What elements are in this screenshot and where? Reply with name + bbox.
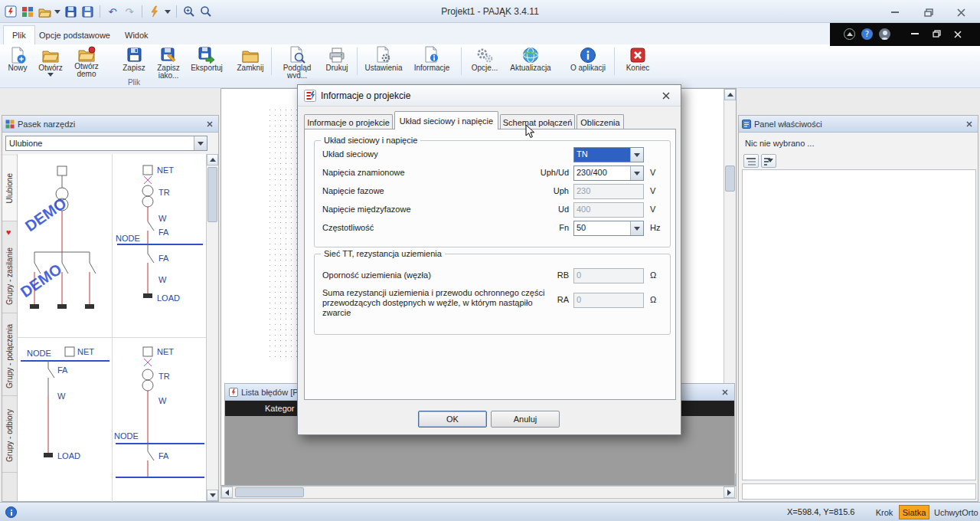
toolbox-tab-grupy-zasilanie[interactable]: Grupy - zasilanie (2, 240, 17, 313)
scroll-right-button[interactable] (724, 487, 735, 498)
child-close-button[interactable] (954, 31, 962, 38)
toolbar-button-aktualizacja[interactable]: Aktualizacja (507, 45, 554, 78)
toolbox-scrollbar[interactable] (206, 154, 218, 501)
window-close-button[interactable] (949, 7, 972, 18)
save-all-icon[interactable] (80, 4, 95, 19)
cancel-button[interactable]: Anuluj (491, 411, 560, 428)
window-restore-button[interactable] (917, 7, 940, 18)
collapse-ribbon-icon[interactable] (844, 28, 855, 40)
ok-button[interactable]: OK (418, 411, 487, 428)
open-icon[interactable] (37, 4, 52, 19)
status-info-icon[interactable] (5, 506, 17, 518)
dropdown-icon[interactable] (630, 221, 643, 235)
symbol-cell-net-transformer-node[interactable]: NET TR W NODE FA (113, 338, 207, 503)
app-logo-icon[interactable] (3, 4, 18, 19)
categorized-view-button[interactable] (743, 154, 759, 168)
toolbar-button-informacje[interactable]: Informacje (410, 45, 453, 78)
redo-icon[interactable]: ↷ (122, 4, 137, 19)
page-info-icon (422, 46, 442, 64)
svg-text:W: W (158, 214, 167, 223)
undo-icon[interactable]: ↶ (105, 4, 120, 19)
toolbox-close-icon[interactable] (204, 119, 215, 129)
field-label: Częstotliwość (322, 223, 374, 232)
toolbar-button-zamknij[interactable]: Zamknij (233, 45, 268, 78)
properties-close-icon[interactable] (964, 119, 975, 129)
run-dropdown-caret-icon[interactable] (164, 4, 172, 19)
child-restore-button[interactable] (933, 30, 941, 38)
scroll-up-button[interactable] (207, 154, 218, 165)
toolbar-button-nowy[interactable]: Nowy (2, 45, 34, 78)
symbol-cell-supply-3feeder[interactable]: DEMO DEMO (18, 154, 113, 338)
scrollbar-thumb[interactable] (207, 167, 217, 222)
toolbar-button-ustawienia[interactable]: Ustawienia (363, 45, 404, 78)
symbol-cell-node-feeder-load[interactable]: NODE NET FA W LOAD (18, 338, 113, 503)
field-label: Napięcie międzyfazowe (322, 205, 411, 214)
napiecia-znamionowe-select[interactable]: 230/400 (573, 165, 644, 181)
toolbar-button-opcje[interactable]: Opcje... (467, 45, 502, 78)
new-project-icon[interactable] (20, 4, 35, 19)
toggle-krok[interactable]: Krok (871, 505, 897, 519)
toolbar-button-koniec[interactable]: Koniec (620, 45, 655, 78)
field-symbol: RB (498, 270, 569, 280)
user-avatar-icon[interactable] (879, 28, 890, 40)
field-label: Napięcia znamionowe (322, 168, 405, 177)
scrollbar-thumb[interactable] (725, 165, 735, 192)
dialog-close-button[interactable] (658, 89, 675, 103)
window-minimize-button[interactable] (884, 7, 906, 18)
help-icon[interactable]: ? (861, 28, 873, 40)
zoom-in-icon[interactable] (181, 4, 197, 19)
dialog-tab-schemat-polaczen[interactable]: Schemat połączeń (500, 114, 575, 129)
scrollbar-thumb[interactable] (235, 487, 304, 497)
toolbox-symbol-grid: DEMO DEMO NET TR W FA NODE (18, 154, 206, 501)
canvas-horizontal-scrollbar[interactable] (220, 486, 737, 499)
ribbon-tab-opcje-podstawowe[interactable]: Opcje podstawowe (31, 25, 119, 44)
open-folder-icon (41, 46, 60, 64)
run-calculation-icon[interactable] (147, 4, 162, 19)
project-info-dialog: Informacje o projekcie Informacje o proj… (297, 84, 681, 435)
dialog-title: Informacje o projekcie (321, 90, 653, 101)
toolbar-button-otworz-demo[interactable]: Otwórz demo (69, 45, 104, 78)
toggle-siatka[interactable]: Siatka (899, 505, 929, 519)
combobox-dropdown-icon[interactable] (194, 136, 207, 150)
scroll-up-button[interactable] (724, 89, 736, 100)
save-icon[interactable] (63, 4, 78, 19)
dropdown-icon[interactable] (630, 148, 643, 162)
child-minimize-button[interactable] (911, 33, 919, 34)
open-dropdown-caret-icon[interactable] (54, 4, 61, 19)
czestotliwosc-select[interactable]: 50 (573, 221, 644, 236)
quick-access-toolbar: ↶ ↷ (3, 0, 214, 23)
group-title: Układ sieciowy i napięcie (321, 136, 420, 145)
field-unit: V (650, 168, 655, 177)
toolbox-tab-ulubione[interactable]: Ulubione (2, 156, 17, 221)
toolbar-button-zapisz[interactable]: Zapisz (118, 45, 150, 78)
dialog-tab-uklad-sieciowy[interactable]: Układ sieciowy i napięcie (394, 111, 498, 129)
scroll-left-button[interactable] (221, 487, 233, 498)
open-split-caret-icon[interactable] (47, 73, 54, 77)
toolbar-button-o-aplikacji[interactable]: O aplikacji (567, 45, 609, 78)
properties-list-area[interactable] (742, 169, 976, 480)
toolbar-button-eksportuj[interactable]: Eksportuj (187, 45, 227, 78)
overlay-black-box: ? (830, 23, 980, 46)
scroll-down-button[interactable] (207, 490, 218, 501)
about-info-icon (578, 46, 598, 64)
toggle-orto[interactable]: Orto (959, 505, 980, 519)
alphabetical-sort-button[interactable] (761, 154, 776, 168)
toolbox-category-combobox[interactable]: Ulubione (5, 136, 207, 151)
toolbar-button-podglad-wydruku[interactable]: Podgląd wyd... (277, 45, 317, 78)
ribbon-tab-widok[interactable]: Widok (116, 25, 157, 44)
dropdown-icon[interactable] (630, 166, 643, 180)
error-list-close-icon[interactable] (720, 387, 730, 398)
dialog-tab-obliczenia[interactable]: Obliczenia (577, 114, 624, 129)
toolbar-button-zapisz-jako[interactable]: Zapisz jako... (152, 45, 185, 78)
dialog-tab-informacje[interactable]: Informacje o projekcie (304, 114, 393, 129)
window-titlebar: ↶ ↷ Projekt1 - PAJĄK 3.4.11 (0, 0, 980, 23)
toolbox-tab-grupy-polaczenia[interactable]: Grupy - połączenia (2, 316, 17, 396)
zoom-icon[interactable] (198, 4, 214, 19)
uklad-sieciowy-select[interactable]: TN (573, 147, 644, 162)
toolbar-button-drukuj[interactable]: Drukuj (320, 45, 354, 78)
field-symbol: Uph/Ud (498, 168, 569, 177)
toolbar-button-otworz[interactable]: Otwórz (34, 45, 67, 78)
symbol-cell-net-node-load[interactable]: NET TR W FA NODE FA W LOAD (113, 154, 207, 338)
toolbox-tab-grupy-odbiory[interactable]: Grupy - odbiory (2, 399, 17, 473)
dialog-titlebar[interactable]: Informacje o projekcie (298, 85, 681, 106)
